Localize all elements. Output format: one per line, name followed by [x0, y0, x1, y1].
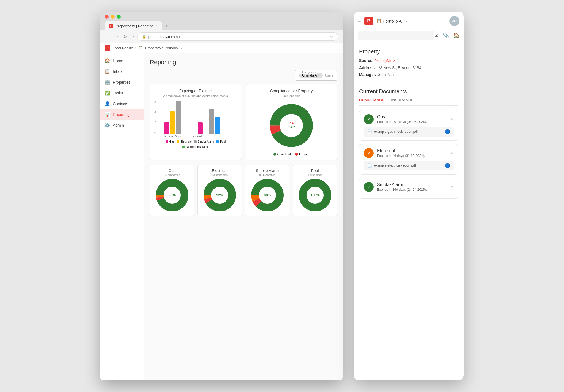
gas-doc-title: Gas	[377, 115, 427, 119]
gas-donut-svg: 95%	[156, 179, 189, 212]
app-content: 🏠 Home 📋 Inbox 🏢 Properties ✅ Tasks 👤 Co…	[100, 53, 343, 380]
lock-icon: 🔒	[142, 35, 146, 39]
sidebar-item-contacts[interactable]: 👤 Contacts	[100, 98, 144, 109]
electrical-status-icon: ✓	[364, 148, 374, 158]
home-button[interactable]: ⌂	[130, 33, 135, 40]
paperclip-icon[interactable]: 📎	[443, 32, 449, 39]
browser-chrome: P Properteasy | Reporting × +	[100, 12, 343, 30]
gas-doc-file[interactable]: 📄 example-gas-check-report.pdf 🔵	[364, 127, 454, 137]
smoke-doc-title: Smoke Alarm	[377, 182, 427, 187]
svg-text:92%: 92%	[216, 193, 223, 197]
breadcrumb-item-1[interactable]: Local Reality	[112, 46, 133, 50]
bar-elec-expiring	[170, 111, 175, 134]
refresh-button[interactable]: ↻	[122, 33, 128, 40]
gas-edit-icon[interactable]: ✏	[450, 117, 454, 121]
filter-users-label: Users	[325, 74, 333, 77]
electrical-doc-file[interactable]: 📄 example-electrical-report.pdf 🔵	[364, 161, 454, 170]
electrical-chart-title: Electrical	[201, 168, 238, 173]
doc-item-gas: ✓ Gas Expires in 201 days (04-06-2025). …	[359, 110, 458, 141]
sidebar-item-properties[interactable]: 🏢 Properties	[100, 77, 144, 88]
mobile-content: Property Source: PropertyMe ↗ Address: 1…	[354, 43, 464, 380]
source-value: PropertyMe	[375, 59, 392, 63]
active-tab[interactable]: P Properteasy | Reporting ×	[105, 21, 162, 30]
mobile-action-icons: ✉ 📎 🏠	[434, 32, 459, 39]
sidebar-label-properties: Properties	[113, 80, 131, 85]
source-label: Source:	[359, 58, 373, 63]
legend-compliant: Compliant	[273, 153, 291, 156]
mobile-panel: ≡ P 📋 Portfolio A ⌃⌄ JP ✉ 📎 🏠 Property S…	[354, 12, 464, 380]
maximize-button[interactable]	[117, 15, 121, 19]
expired-pct-label: 7%	[289, 121, 294, 125]
tab-insurance[interactable]: INSURANCE	[391, 98, 414, 105]
address-bar[interactable]: 🔒 properteasy.com.au ☆	[137, 32, 338, 41]
tab-bar: P Properteasy | Reporting × +	[105, 21, 338, 30]
bar-pool-expired	[215, 117, 220, 134]
sidebar-item-reporting[interactable]: 📊 Reporting	[100, 109, 144, 120]
portfolio-selector[interactable]: 📋 Portfolio A ⌃⌄	[376, 18, 408, 23]
svg-text:100%: 100%	[310, 193, 320, 197]
electrical-file-info-icon[interactable]: 🔵	[445, 163, 450, 168]
bar-group-expired	[198, 109, 226, 134]
bookmark-icon[interactable]: ☆	[330, 34, 333, 39]
breadcrumb-dropdown-icon[interactable]: ⌄	[180, 46, 183, 50]
property-source-field: Source: PropertyMe ↗	[359, 58, 458, 64]
close-button[interactable]	[105, 15, 109, 19]
minimize-button[interactable]	[111, 15, 115, 19]
mobile-search-bar[interactable]	[358, 31, 434, 40]
property-section: Property Source: PropertyMe ↗ Address: 1…	[354, 43, 464, 84]
property-manager-field: Manager: John Paul	[359, 72, 458, 78]
sidebar-label-contacts: Contacts	[113, 102, 128, 106]
bar-group-expiring	[164, 101, 192, 134]
small-charts-grid: Gas 85 properties 95% Electrical 90 prop…	[150, 165, 337, 216]
electrical-edit-icon[interactable]: ✏	[450, 151, 454, 155]
legend-expired-donut: Expired	[295, 153, 309, 156]
tab-compliance[interactable]: COMPLIANCE	[359, 98, 384, 105]
sidebar-item-home[interactable]: 🏠 Home	[100, 55, 144, 66]
sidebar-item-admin[interactable]: ⚙️ Admin	[100, 120, 144, 130]
smoke-status-icon: ✓	[364, 182, 374, 192]
building-icon[interactable]: 🏠	[453, 32, 459, 39]
smoke-donut-svg: 88%	[251, 179, 284, 212]
sidebar-item-inbox[interactable]: 📋 Inbox	[100, 66, 144, 77]
back-button[interactable]: ←	[105, 33, 111, 40]
breadcrumb-item-2[interactable]: PropertyMe Portfolio	[145, 46, 178, 50]
breadcrumb-logo: P	[105, 45, 110, 51]
sidebar-label-admin: Admin	[113, 123, 124, 127]
filter-bar[interactable]: Filter by user Amanda A × Users	[295, 70, 337, 81]
docs-tabs: COMPLIANCE INSURANCE	[359, 98, 458, 106]
legend-smoke: Smoke Alarm	[194, 140, 214, 143]
properties-icon: 🏢	[105, 80, 110, 85]
inbox-icon: 📋	[105, 69, 110, 74]
doc-gas-header: ✓ Gas Expires in 201 days (04-06-2025). …	[364, 114, 454, 124]
source-link[interactable]: PropertyMe ↗	[375, 59, 395, 63]
electrical-doc-expires: Expires in 46 days (31-12-2024).	[377, 154, 425, 158]
smoke-chart-card: Smoke Alarm 90 properties 88%	[245, 165, 289, 216]
gas-file-info-icon[interactable]: 🔵	[445, 129, 450, 134]
address-label: Address:	[359, 66, 376, 70]
smoke-chart-subtitle: 90 properties	[249, 173, 286, 176]
filter-tag-remove[interactable]: ×	[318, 74, 320, 77]
legend-electrical: Electrical	[177, 140, 192, 143]
avatar[interactable]: JP	[449, 16, 459, 26]
hamburger-icon[interactable]: ≡	[358, 18, 361, 24]
mail-icon[interactable]: ✉	[434, 32, 438, 39]
new-tab-button[interactable]: +	[163, 22, 170, 30]
portfolio-icon: 📋	[376, 18, 382, 23]
current-docs-title: Current Documents	[359, 88, 458, 95]
y-axis: 0 2 4 6	[154, 101, 156, 134]
charts-grid-top: Expiring or Expired A breakdown of expir…	[150, 84, 337, 160]
current-docs-section: Current Documents COMPLIANCE INSURANCE ✓…	[354, 84, 464, 206]
address-bar-row: ← → ↻ ⌂ 🔒 properteasy.com.au ☆	[100, 30, 343, 43]
tab-close-button[interactable]: ×	[156, 24, 158, 28]
doc-smoke-header: ✓ Smoke Alarm Expires in 160 days (24-04…	[364, 182, 454, 192]
sidebar-label-tasks: Tasks	[113, 91, 123, 95]
forward-button[interactable]: →	[113, 33, 120, 40]
pool-chart-card: Pool 1 properties 100%	[293, 165, 337, 216]
electrical-doc-info: Electrical Expires in 46 days (31-12-202…	[377, 148, 425, 158]
bar-gas-expiring	[164, 122, 169, 134]
sidebar-item-tasks[interactable]: ✅ Tasks	[100, 88, 144, 98]
pool-chart-title: Pool	[296, 168, 333, 173]
electrical-chart-card: Electrical 90 properties 92%	[197, 165, 242, 216]
smoke-edit-icon[interactable]: ✏	[450, 185, 454, 189]
property-section-title: Property	[359, 48, 458, 55]
